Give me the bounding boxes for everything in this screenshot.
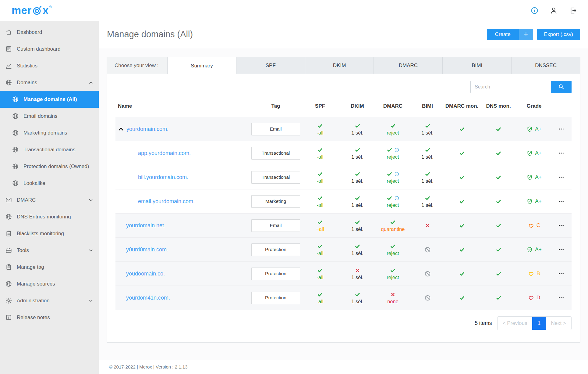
check-icon — [496, 223, 501, 228]
row-actions-button[interactable] — [558, 222, 564, 228]
dots-icon — [558, 222, 564, 228]
sidebar-item-dmarc[interactable]: DMARC — [0, 192, 99, 208]
domain-link[interactable]: youdoomain.co. — [126, 271, 165, 277]
shield-grade-icon — [526, 150, 533, 156]
info-icon — [394, 147, 399, 153]
sidebar-item-label: Lookalike — [23, 180, 45, 186]
check-icon — [387, 195, 392, 201]
row-actions-button[interactable] — [558, 174, 564, 180]
check-icon — [317, 123, 323, 129]
column-header-bimi: BIMI — [411, 103, 444, 109]
sidebar-item-manage-domains-all[interactable]: Manage domains (All) — [0, 91, 99, 108]
current-page-button[interactable]: 1 — [532, 317, 546, 330]
row-actions-button[interactable] — [558, 295, 564, 301]
tag-badge: Email — [251, 123, 300, 135]
spf-status-text: -all — [317, 178, 323, 184]
gear-icon — [5, 297, 12, 304]
globe-icon — [12, 113, 19, 120]
check-icon — [425, 147, 430, 153]
domain-link[interactable]: yourdom41n.com. — [126, 295, 170, 301]
choose-view-label: Choose your view : — [107, 57, 167, 74]
domain-link[interactable]: yourdomain.net. — [126, 222, 165, 229]
info-icon[interactable] — [394, 171, 399, 177]
tag-badge: Protection — [251, 243, 300, 256]
check-icon — [317, 219, 323, 225]
column-header-dns-mon: DNS mon. — [480, 103, 517, 109]
sidebar-item-manage-sources[interactable]: Manage sources — [0, 275, 99, 292]
sidebar-item-tools[interactable]: Tools — [0, 242, 99, 259]
tab-dmarc[interactable]: DMARC — [374, 57, 442, 74]
sidebar-item-domains[interactable]: Domains — [0, 74, 99, 91]
info-icon[interactable] — [394, 147, 399, 153]
bimi-status — [411, 294, 444, 301]
domain-link[interactable]: bill.yourdomain.com. — [138, 174, 188, 181]
tab-spf[interactable]: SPF — [236, 57, 305, 74]
sidebar-item-blacklists-monitoring[interactable]: Blacklists monitoring — [0, 225, 99, 242]
tab-summary[interactable]: Summary — [167, 57, 236, 74]
sidebar-item-label: Manage tag — [17, 264, 44, 270]
sidebar-item-dashboard[interactable]: Dashboard — [0, 24, 99, 41]
create-button[interactable]: Create + — [487, 29, 533, 40]
x-mark-icon — [390, 292, 396, 297]
user-account-icon[interactable] — [550, 6, 558, 15]
row-actions-button[interactable] — [558, 246, 564, 253]
sidebar-item-label: Transactional domains — [23, 147, 75, 153]
sidebar-item-manage-tag[interactable]: Manage tag — [0, 259, 99, 275]
check-icon — [496, 247, 501, 253]
row-actions-button[interactable] — [558, 198, 564, 204]
shield-grade-icon — [526, 174, 533, 181]
chevron-down-icon — [88, 247, 94, 254]
search-input[interactable] — [470, 81, 551, 93]
info-circle-icon[interactable] — [530, 6, 539, 15]
sidebar-item-lookalike[interactable]: Lookalike — [0, 175, 99, 192]
create-button-label: Create — [487, 29, 519, 40]
dmarc-status-text: quarantine — [381, 226, 405, 232]
merox-logo[interactable]: mer x ® — [12, 4, 52, 16]
sidebar-item-label: Tools — [17, 247, 29, 254]
row-actions-button[interactable] — [558, 150, 564, 156]
logout-icon — [569, 6, 577, 15]
check-icon — [355, 147, 360, 153]
sidebar-item-label: Custom dashboard — [17, 46, 61, 52]
row-actions-button[interactable] — [558, 271, 564, 277]
previous-page-button[interactable]: < Previous — [498, 317, 533, 330]
spf-status: -all — [300, 243, 340, 256]
sidebar-item-protection-domains-owned[interactable]: Protection domains (Owned) — [0, 158, 99, 175]
info-icon[interactable] — [394, 196, 399, 201]
check-icon — [317, 243, 323, 249]
check-icon — [496, 199, 501, 204]
tag-badge: Email — [251, 219, 300, 232]
heart-grade-icon — [528, 271, 534, 277]
sidebar-item-transactional-domains[interactable]: Transactional domains — [0, 141, 99, 158]
search-button[interactable] — [551, 81, 572, 93]
row-actions-button[interactable] — [558, 126, 564, 132]
grade: B — [517, 271, 551, 277]
check-icon — [355, 243, 360, 249]
check-icon — [387, 171, 392, 177]
collapse-group-button[interactable] — [118, 126, 124, 132]
sidebar-item-release-notes[interactable]: Release notes — [0, 309, 99, 326]
chevron-down-icon — [88, 298, 94, 304]
sidebar-item-marketing-domains[interactable]: Marketing domains — [0, 124, 99, 141]
tab-dkim[interactable]: DKIM — [305, 57, 374, 74]
domain-link[interactable]: app.yourdomain.com. — [138, 150, 191, 156]
column-header-dmarc-mon: DMARC mon. — [444, 103, 480, 109]
notes-icon — [5, 314, 12, 321]
sidebar-item-dns-entries-monitoring[interactable]: DNS Entries monitoring — [0, 208, 99, 225]
domains-table: NameTagSPFDKIMDMARCBIMIDMARC mon.DNS mon… — [115, 95, 572, 310]
check-icon — [459, 126, 465, 132]
main-area: Manage domains (All) Create + Export (.c… — [99, 21, 588, 374]
tab-bimi[interactable]: BIMI — [442, 57, 511, 74]
export-csv-button[interactable]: Export (.csv) — [537, 29, 580, 40]
domain-link[interactable]: email.yourdomain.com. — [138, 198, 195, 205]
tab-dnssec[interactable]: DNSSEC — [511, 57, 580, 74]
dns-mon-status — [480, 270, 517, 277]
domain-link[interactable]: yourdomain.com. — [126, 126, 168, 132]
sidebar-item-custom-dashboard[interactable]: Custom dashboard — [0, 41, 99, 57]
domain-link[interactable]: y0urd0main.com. — [126, 246, 168, 253]
sidebar-item-statistics[interactable]: Statistics — [0, 57, 99, 74]
sidebar-item-administration[interactable]: Administration — [0, 292, 99, 309]
sidebar-item-email-domains[interactable]: Email domains — [0, 108, 99, 124]
logout-icon[interactable] — [569, 6, 577, 15]
next-page-button[interactable]: Next > — [546, 317, 571, 330]
